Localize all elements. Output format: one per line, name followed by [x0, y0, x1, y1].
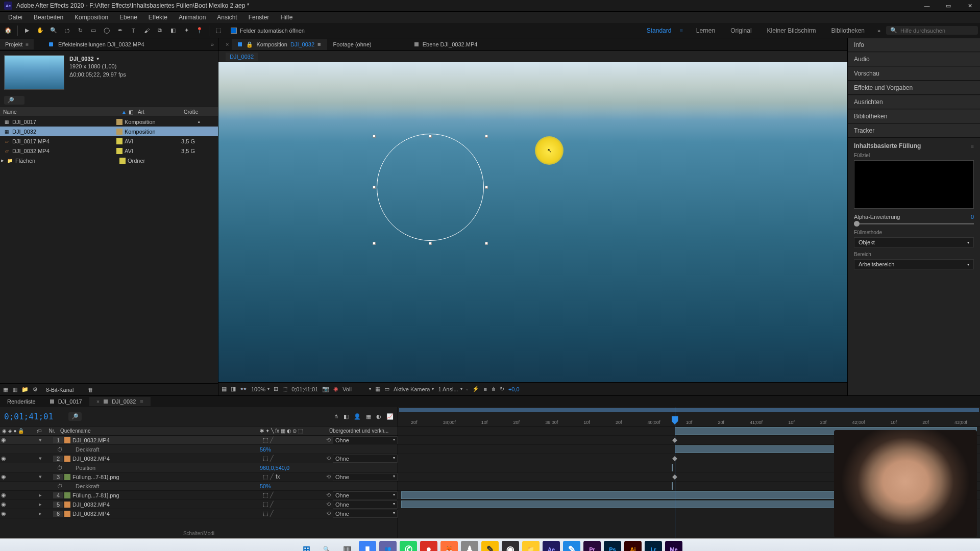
tab-timeline-dji0032[interactable]: × DJI_0032 ≡ [89, 397, 151, 406]
layer-row[interactable]: ◉ ▾ 3 Füllung...7-81].png ⬚╱fx ⟲ Ohne▾ [0, 472, 398, 482]
breadcrumb[interactable]: DJI_0032 [226, 53, 258, 61]
item-label-color[interactable] [119, 158, 126, 164]
channel-icon[interactable]: ◉ [333, 386, 338, 392]
sort-indicator-icon[interactable]: ▲ [118, 109, 126, 115]
zoom-dropdown[interactable]: 100% ▾ [251, 386, 270, 392]
taskbar-after-effects[interactable]: Ae [543, 541, 560, 552]
section-info[interactable]: Info [848, 38, 980, 52]
layer-clip[interactable] [672, 464, 673, 471]
layer-switches[interactable]: ⬚╱fx [260, 473, 326, 480]
playhead[interactable] [675, 407, 675, 538]
viewer-nav-icon[interactable]: × [223, 41, 232, 47]
workspace-libraries[interactable]: Bibliotheken [824, 25, 872, 36]
comp-panel-menu-icon[interactable]: ≡ [317, 41, 321, 47]
visibility-toggle[interactable]: ◉ [0, 473, 7, 480]
menu-composition[interactable]: Komposition [69, 13, 113, 22]
shape-rect-tool[interactable]: ▭ [87, 24, 100, 37]
rotate-tool[interactable]: ↻ [74, 24, 86, 37]
brush-tool[interactable]: 🖌 [140, 24, 153, 37]
hand-tool[interactable]: ✋ [34, 24, 46, 37]
pen-tool[interactable]: ✒ [114, 24, 126, 37]
property-value[interactable]: 50% [260, 483, 398, 489]
workspace-small-screen[interactable]: Kleiner Bildschirm [760, 25, 823, 36]
mask-handle-ml[interactable] [373, 186, 376, 189]
panel-overflow-icon[interactable]: » [211, 41, 214, 47]
taskbar-taskview[interactable]: ▥ [338, 541, 356, 552]
layer-switches[interactable]: ⬚╱ [260, 501, 326, 508]
close-button[interactable]: ✕ [964, 3, 976, 9]
section-effects-presets[interactable]: Effekte und Vorgaben [848, 81, 980, 95]
taskbar-lightroom[interactable]: Lr [645, 541, 662, 552]
menu-edit[interactable]: Bearbeiten [29, 13, 68, 22]
puppet-tool[interactable]: 📍 [193, 24, 206, 37]
property-value[interactable]: 960,0,540,0 [260, 465, 398, 471]
snapshot-icon[interactable]: 📷 [322, 386, 329, 392]
menu-view[interactable]: Ansicht [212, 13, 242, 22]
col-parent[interactable]: Übergeordnet und verkn... [326, 428, 398, 434]
tab-timeline-dji0017[interactable]: DJI_0017 [43, 397, 89, 406]
twirl-icon[interactable]: ▸ [37, 510, 44, 517]
project-settings-icon[interactable]: ⚙ [33, 386, 38, 393]
flowchart-icon[interactable]: ⋔ [491, 386, 496, 392]
menu-window[interactable]: Fenster [243, 13, 275, 22]
mask-handle-mr[interactable] [485, 186, 488, 189]
caf-alpha-value[interactable]: 0 [971, 214, 974, 220]
taskbar-explorer[interactable]: 📁 [522, 541, 540, 552]
taskbar-blue-app[interactable]: ✎ [563, 541, 580, 552]
caf-menu-icon[interactable]: ≡ [971, 143, 974, 149]
layer-parent[interactable]: ⟲ Ohne▾ [326, 491, 398, 499]
visibility-toggle[interactable]: ◉ [0, 501, 7, 508]
taskbar-widgets[interactable]: ▮ [359, 541, 376, 552]
col-source-name[interactable]: Quellenname [58, 428, 260, 434]
project-item[interactable]: ▦ DJI_0017 Komposition ▪ [0, 117, 218, 127]
layer-property-row[interactable]: ⏱ Position 960,0,540,0 [0, 463, 398, 472]
minimize-button[interactable]: — [921, 3, 933, 9]
layer-row[interactable]: ◉ ▸ 4 Füllung...7-81].png ⬚╱ ⟲ Ohne▾ [0, 491, 398, 500]
caf-alpha-slider[interactable] [854, 223, 974, 224]
project-search[interactable]: 🔎 [4, 96, 24, 105]
col-number[interactable]: Nr. [46, 428, 58, 434]
visibility-toggle[interactable]: ◉ [0, 455, 7, 462]
snap-icon[interactable]: ⬚ [212, 24, 225, 37]
eraser-tool[interactable]: ◧ [167, 24, 179, 37]
taskbar-start[interactable]: ⊞ [298, 541, 315, 552]
workspace-learn[interactable]: Lernen [689, 25, 722, 36]
layer-parent[interactable]: ⟲ Ohne▾ [326, 436, 398, 444]
layer-parent[interactable]: ⟲ Ohne▾ [326, 500, 398, 509]
help-search-input[interactable] [900, 28, 974, 34]
toggle-alpha-icon[interactable]: ▦ [222, 386, 227, 392]
toggle-3d-icon[interactable]: 👓 [240, 386, 247, 392]
orbit-tool[interactable]: ⭯ [61, 24, 73, 37]
timeline-icon[interactable]: ≡ [483, 386, 486, 392]
visibility-toggle[interactable]: ◉ [0, 492, 7, 498]
tab-layer[interactable]: Ebene DJI_0032.MP4 [408, 39, 484, 49]
layer-switches[interactable]: ⬚╱ [260, 455, 326, 462]
work-area-bar[interactable] [399, 408, 979, 412]
guide-icon[interactable]: ▭ [384, 386, 389, 392]
layer-row[interactable]: ◉ ▸ 5 DJI_0032.MP4 ⬚╱ ⟲ Ohne▾ [0, 500, 398, 509]
current-timecode[interactable]: 0;01;41;01 [4, 412, 53, 421]
property-value[interactable]: 56% [260, 446, 398, 453]
section-align[interactable]: Ausrichten [848, 95, 980, 109]
twirl-icon[interactable]: ▾ [37, 455, 44, 462]
layer-parent[interactable]: ⟲ Ohne▾ [326, 455, 398, 463]
new-comp-icon[interactable]: ▥ [12, 386, 17, 393]
workspace-menu-icon[interactable]: ≡ [679, 28, 682, 34]
menu-layer[interactable]: Ebene [114, 13, 142, 22]
taskbar-red-app[interactable]: ● [420, 541, 437, 552]
layer-parent[interactable]: ⟲ Ohne▾ [326, 510, 398, 518]
layer-property-row[interactable]: ⏱ Deckkraft 56% [0, 445, 398, 454]
stopwatch-icon[interactable]: ⏱ [56, 465, 63, 471]
mask-handle-bl[interactable] [373, 242, 376, 245]
project-item[interactable]: ▸ 📁 Flächen Ordner [0, 156, 218, 165]
menu-help[interactable]: Hilfe [275, 13, 298, 22]
type-tool[interactable]: T [127, 24, 139, 37]
composition-thumbnail[interactable] [4, 55, 64, 90]
col-size[interactable]: Größe [181, 109, 211, 115]
layer-property-row[interactable]: ⏱ Deckkraft 50% [0, 482, 398, 491]
layer-clip[interactable] [672, 482, 673, 490]
layer-row[interactable]: ◉ ▸ 6 DJI_0032.MP4 ⬚╱ ⟲ Ohne▾ [0, 509, 398, 518]
item-label-color[interactable] [116, 129, 122, 135]
resolution-icon[interactable]: ⊞ [274, 386, 278, 392]
mask-handle-tl[interactable] [373, 135, 376, 138]
